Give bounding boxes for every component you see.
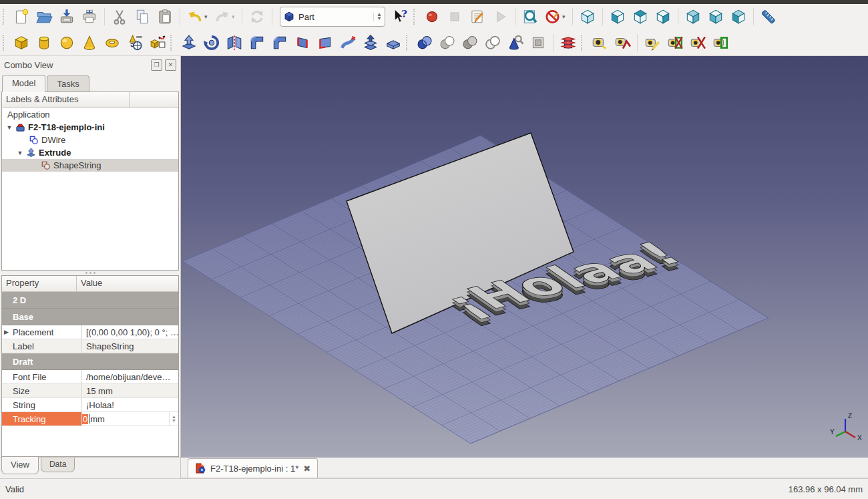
- refresh-button[interactable]: [246, 6, 268, 27]
- draw-style-button[interactable]: [541, 6, 564, 27]
- part-cone-button[interactable]: [78, 32, 101, 53]
- part-sphere-button[interactable]: [55, 32, 78, 53]
- measure-toggle-3d-button[interactable]: [686, 32, 709, 53]
- tracking-spinbox[interactable]: 0 mm ▲▼: [82, 412, 178, 426]
- boolean-cut-button[interactable]: [459, 32, 481, 53]
- part-sweep-button[interactable]: [359, 32, 382, 53]
- property-row-string[interactable]: String ¡Holaa!: [2, 398, 178, 412]
- tree-item-shapestring[interactable]: ShapeString: [2, 159, 178, 172]
- new-document-button[interactable]: [10, 6, 33, 27]
- zoom-fit-button[interactable]: [519, 6, 541, 27]
- save-button[interactable]: [55, 6, 78, 27]
- undo-dropdown[interactable]: ▾: [204, 13, 211, 20]
- open-document-button[interactable]: [33, 6, 55, 27]
- placement-value[interactable]: [(0,00 0,00 1,00); 0 °; …: [82, 325, 178, 339]
- part-thickness-button[interactable]: [382, 32, 405, 53]
- expander-icon[interactable]: ▼: [6, 124, 13, 131]
- toolbar-grip[interactable]: [581, 35, 586, 51]
- close-panel-icon[interactable]: ✕: [165, 59, 176, 71]
- draw-style-dropdown[interactable]: ▾: [562, 13, 569, 20]
- group-base[interactable]: Base: [2, 309, 178, 325]
- string-value[interactable]: ¡Holaa!: [82, 398, 178, 411]
- part-box-button[interactable]: [10, 32, 33, 53]
- view-isometric-button[interactable]: [576, 6, 599, 27]
- tab-model[interactable]: Model: [2, 75, 45, 92]
- property-row-fontfile[interactable]: Font File /home/obijuan/deve…: [2, 370, 178, 384]
- check-geometry-button[interactable]: [504, 32, 527, 53]
- paste-button[interactable]: [154, 6, 176, 27]
- view-bottom-button[interactable]: [704, 6, 727, 27]
- expander-icon[interactable]: ▶: [4, 329, 9, 335]
- copy-button[interactable]: [131, 6, 154, 27]
- label-value[interactable]: ShapeString: [82, 339, 178, 353]
- property-row-tracking[interactable]: Tracking 0 mm ▲▼: [2, 412, 178, 426]
- property-row-label[interactable]: Label ShapeString: [2, 339, 178, 353]
- toolbar-grip[interactable]: [406, 35, 411, 51]
- view-rear-button[interactable]: [682, 6, 704, 27]
- part-loft-button[interactable]: [337, 32, 359, 53]
- part-make-face-button[interactable]: [314, 32, 337, 53]
- view-left-button[interactable]: [727, 6, 750, 27]
- part-ruled-surface-button[interactable]: [291, 32, 314, 53]
- measure-clear-button[interactable]: [709, 32, 732, 53]
- cut-button[interactable]: [108, 6, 131, 27]
- macro-record-button[interactable]: [421, 6, 443, 27]
- redo-button[interactable]: [211, 6, 234, 27]
- workbench-dropdown-arrows[interactable]: ▲▼: [373, 13, 382, 21]
- toolbar-grip[interactable]: [3, 35, 7, 51]
- tab-tasks[interactable]: Tasks: [47, 75, 89, 92]
- close-tab-icon[interactable]: ✖: [303, 464, 310, 474]
- boolean-union-button[interactable]: [413, 32, 436, 53]
- workbench-selector[interactable]: Part ▲▼: [280, 7, 385, 27]
- tracking-value[interactable]: 0: [82, 414, 88, 424]
- print-button[interactable]: [78, 6, 101, 27]
- cross-sections-button[interactable]: [557, 32, 580, 53]
- whats-this-button[interactable]: ?: [389, 6, 412, 27]
- spinner-arrows-icon[interactable]: ▲▼: [169, 412, 178, 426]
- measure-button[interactable]: [757, 6, 780, 27]
- view-top-button[interactable]: [629, 6, 652, 27]
- size-value[interactable]: 15 mm: [82, 384, 178, 397]
- part-mirror-button[interactable]: [223, 32, 246, 53]
- part-cylinder-button[interactable]: [33, 32, 55, 53]
- tree-item-dwire[interactable]: DWire: [2, 134, 178, 146]
- property-row-size[interactable]: Size 15 mm: [2, 384, 178, 398]
- part-shapebuilder-button[interactable]: [146, 32, 169, 53]
- undo-button[interactable]: [184, 6, 206, 27]
- defeaturing-button[interactable]: [527, 32, 550, 53]
- boolean-common-button[interactable]: [436, 32, 459, 53]
- tree-item-extrude[interactable]: ▼ Extrude: [2, 146, 178, 159]
- macro-play-button[interactable]: [489, 6, 511, 27]
- document-tab[interactable]: F2-T18-ejemplo-ini : 1* ✖: [188, 458, 318, 478]
- view-right-button[interactable]: [652, 6, 674, 27]
- toolbar-grip[interactable]: [413, 9, 418, 25]
- part-extrude-button[interactable]: [178, 32, 200, 53]
- tree-item-document[interactable]: ▼ F2-T18-ejemplo-ini: [2, 121, 178, 134]
- property-row-placement[interactable]: ▶Placement [(0,00 0,00 1,00); 0 °; …: [2, 325, 178, 339]
- redo-dropdown[interactable]: ▾: [232, 13, 238, 20]
- tab-data[interactable]: Data: [41, 458, 75, 472]
- view-front-button[interactable]: [606, 6, 629, 27]
- float-panel-icon[interactable]: ❐: [151, 59, 162, 71]
- measure-toggle-all-button[interactable]: [664, 32, 686, 53]
- part-primitives-button[interactable]: [124, 32, 146, 53]
- measure-linear-button[interactable]: [588, 32, 611, 53]
- group-2d[interactable]: 2 D: [2, 292, 178, 309]
- 3d-viewport[interactable]: ¡Holaa! ¡Holaa! ¡Holaa! Z Y X: [181, 56, 868, 458]
- tree-item-application[interactable]: Application: [2, 108, 178, 121]
- group-draft[interactable]: Draft: [2, 353, 178, 370]
- toolbar-grip[interactable]: [3, 9, 7, 25]
- expander-icon[interactable]: ▼: [17, 150, 23, 156]
- fontfile-value[interactable]: /home/obijuan/deve…: [82, 370, 178, 383]
- tree-header[interactable]: Labels & Attributes: [2, 92, 130, 108]
- measure-refresh-button[interactable]: [641, 32, 664, 53]
- measure-angular-button[interactable]: [611, 32, 634, 53]
- panel-splitter[interactable]: [0, 271, 180, 275]
- macro-edit-button[interactable]: [466, 6, 489, 27]
- boolean-section-button[interactable]: [481, 32, 504, 53]
- macro-stop-button[interactable]: [443, 6, 466, 27]
- part-fillet-button[interactable]: [246, 32, 268, 53]
- part-chamfer-button[interactable]: [268, 32, 291, 53]
- value-column-header[interactable]: Value: [77, 276, 178, 291]
- toolbar-grip[interactable]: [170, 35, 175, 51]
